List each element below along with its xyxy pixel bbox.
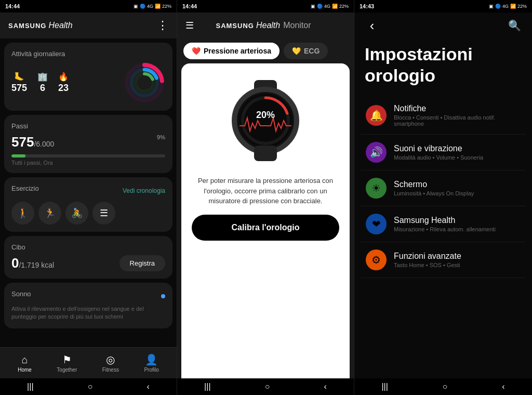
settings-notifiche[interactable]: 🔔 Notifiche Blocca • Consenti • Disattiv…	[361, 97, 526, 135]
status-icons-p3: ▣ 🔵 4G 📶 22%	[489, 4, 527, 9]
activity-title: Attività giornaliera	[11, 50, 165, 58]
sleep-card: Sonno Attiva il rilevamento e dell'ossig…	[4, 283, 172, 328]
sleep-title: Sonno	[11, 290, 31, 298]
svg-text:20%: 20%	[256, 110, 275, 120]
time-p1: 14:44	[5, 3, 20, 9]
progress-pct: 9%	[157, 134, 165, 140]
funzioni-icon: ⚙	[371, 254, 381, 266]
walk-button[interactable]: 🚶	[11, 202, 34, 225]
bottom-nav-p1: ⌂ Home ⚑ Together ◎ Fitness 👤 Profilo	[0, 347, 177, 378]
sys-menu-p1[interactable]: |||	[27, 382, 33, 391]
settings-schermo[interactable]: ☀ Schermo Luminosità • Always On Display	[361, 170, 526, 206]
logo-p1: SAMSUNG Health	[8, 21, 73, 30]
funzioni-name: Funzioni avanzate	[394, 252, 521, 261]
sleep-dot	[161, 294, 165, 298]
schermo-sub: Luminosità • Always On Display	[394, 190, 521, 196]
settings-funzioni[interactable]: ⚙ Funzioni avanzate Tasto Home • SOS • G…	[361, 242, 526, 278]
samsung-health-sub: Misurazione • Rileva autom. allenamenti	[394, 226, 521, 232]
progress-bar-fill	[11, 154, 25, 157]
sys-home-p2[interactable]: ○	[265, 382, 270, 391]
stat-steps: 🦶 575	[11, 72, 27, 94]
profile-icon: 👤	[145, 353, 158, 366]
steps-goal: /6.000	[34, 140, 54, 148]
suoni-name: Suoni e vibrazione	[394, 144, 521, 153]
menu-icon-p2[interactable]: ☰	[185, 20, 194, 31]
nav-together[interactable]: ⚑ Together	[57, 353, 77, 373]
search-button[interactable]: 🔍	[505, 16, 524, 35]
panel-watch-settings: 14:43 ▣ 🔵 4G 📶 22% ‹ 🔍 Impostazioni orol…	[354, 0, 532, 395]
exercise-buttons: 🚶 🏃 🚴 ☰	[11, 202, 165, 225]
steps-progress	[11, 154, 165, 157]
time-p2: 14:44	[182, 3, 197, 9]
samsung-text: SAMSUNG	[8, 22, 46, 30]
more-button[interactable]: ☰	[92, 202, 115, 225]
funzioni-text: Funzioni avanzate Tasto Home • SOS • Ges…	[394, 252, 521, 268]
steps-value: 575	[11, 134, 34, 150]
floors-val: 6	[40, 83, 45, 94]
steps-sub: Tutti i passi, Ora	[11, 160, 165, 166]
watch-illustration: 20%	[219, 74, 312, 167]
ecg-icon: 💛	[292, 47, 301, 55]
fitness-icon: ◎	[106, 353, 115, 366]
nav-fitness[interactable]: ◎ Fitness	[102, 353, 119, 373]
food-value: 0	[11, 255, 19, 271]
status-icons-p1: ▣ 🔵 4G 📶 22%	[134, 4, 171, 9]
profile-label: Profilo	[144, 367, 158, 373]
tab-pressione[interactable]: ❤️ Pressione arteriosa	[183, 43, 280, 59]
suoni-text: Suoni e vibrazione Modalità audio • Volu…	[394, 144, 521, 161]
sys-menu-p2[interactable]: |||	[204, 382, 210, 391]
exercise-header: Esercizio Vedi cronologia	[11, 185, 165, 196]
calibrate-button[interactable]: Calibra l'orologio	[192, 215, 339, 241]
settings-header: Impostazioni orologio	[354, 38, 532, 97]
nav-profile[interactable]: 👤 Profilo	[144, 353, 158, 373]
sys-back-p3[interactable]: ‹	[502, 382, 504, 391]
exercise-title: Esercizio	[11, 185, 39, 192]
menu-icon[interactable]: ⋮	[157, 19, 168, 32]
samsung-health-icon-circle: ❤	[366, 214, 387, 234]
logo-p2: SAMSUNG Health Monitor	[216, 21, 311, 30]
sys-back-p2[interactable]: ‹	[324, 382, 327, 391]
tab-bar-p2: ❤️ Pressione arteriosa 💛 ECG	[177, 38, 354, 63]
app-header-p1: SAMSUNG Health ⋮	[0, 12, 177, 38]
daily-activity-card: Attività giornaliera 🦶 575 🏢 6 🔥 23	[4, 43, 172, 111]
sys-nav-p3: ||| ○ ‹	[354, 378, 532, 395]
settings-samsung-health[interactable]: ❤ Samsung Health Misurazione • Rileva au…	[361, 206, 526, 242]
sys-back-p1[interactable]: ‹	[147, 382, 150, 391]
steps-title: Passi	[11, 122, 165, 130]
register-button[interactable]: Registra	[119, 255, 165, 271]
steps-card: Passi 575/6.000 9% Tutti i passi, Ora	[4, 115, 172, 173]
home-label: Home	[18, 367, 32, 373]
p3-top-nav: ‹ 🔍	[354, 12, 532, 38]
panel-samsung-health: 14:44 ▣ 🔵 4G 📶 22% SAMSUNG Health ⋮ Atti…	[0, 0, 177, 395]
sleep-sub: Attiva il rilevamento e dell'ossigeno ne…	[11, 305, 165, 321]
back-button[interactable]: ‹	[363, 16, 381, 35]
vedi-link[interactable]: Vedi cronologia	[123, 187, 165, 194]
settings-suoni[interactable]: 🔊 Suoni e vibrazione Modalità audio • Vo…	[361, 135, 526, 170]
steps-val: 575	[11, 83, 27, 94]
floors-icon: 🏢	[37, 72, 48, 82]
food-title: Cibo	[11, 243, 165, 251]
suoni-sub: Modalità audio • Volume • Suoneria	[394, 154, 521, 161]
schermo-name: Schermo	[394, 180, 521, 189]
pressione-icon: ❤️	[192, 47, 201, 55]
activity-stats: 🦶 575 🏢 6 🔥 23	[11, 72, 69, 94]
scroll-content-p1: Attività giornaliera 🦶 575 🏢 6 🔥 23	[0, 38, 177, 347]
fitness-label: Fitness	[102, 367, 119, 373]
sys-menu-p3[interactable]: |||	[381, 382, 388, 391]
tab-ecg[interactable]: 💛 ECG	[284, 43, 328, 59]
run-button[interactable]: 🏃	[38, 202, 61, 225]
time-p3: 14:43	[360, 3, 374, 9]
suoni-icon-circle: 🔊	[366, 142, 387, 163]
food-card: Cibo 0/1.719 kcal Registra	[4, 236, 172, 279]
status-icons-p2: ▣ 🔵 4G 📶 22%	[311, 4, 349, 9]
sys-home-p3[interactable]: ○	[443, 382, 448, 391]
samsung-health-icon: ❤	[372, 218, 381, 230]
steps-icon: 🦶	[14, 72, 24, 82]
together-label: Together	[57, 367, 77, 373]
nav-home[interactable]: ⌂ Home	[18, 354, 32, 373]
funzioni-sub: Tasto Home • SOS • Gesti	[394, 262, 521, 268]
sys-home-p1[interactable]: ○	[88, 382, 93, 391]
monitor-description: Per poter misurare la pressione arterios…	[192, 176, 339, 206]
health-text: Health	[48, 21, 72, 30]
bike-button[interactable]: 🚴	[65, 202, 88, 225]
